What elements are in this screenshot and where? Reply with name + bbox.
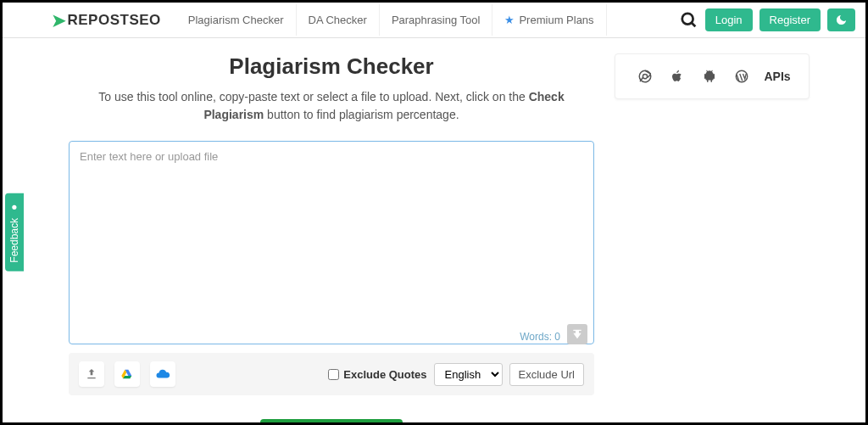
logo-arrow-icon: ➤	[52, 10, 67, 31]
exclude-quotes-checkbox[interactable]	[328, 369, 339, 380]
logo-text: REPOSTSEO	[68, 12, 161, 29]
search-icon[interactable]	[680, 11, 698, 30]
svg-point-3	[643, 74, 648, 78]
dark-mode-button[interactable]	[827, 8, 855, 31]
google-drive-icon[interactable]	[114, 361, 140, 387]
register-button[interactable]: Register	[760, 8, 821, 31]
login-button[interactable]: Login	[705, 8, 753, 31]
nav-paraphrasing-tool[interactable]: Paraphrasing Tool	[380, 4, 493, 36]
upload-icons	[79, 361, 175, 387]
toolbar-right: Exclude Quotes English Exclude Url	[328, 363, 584, 386]
toolbar: Exclude Quotes English Exclude Url	[69, 353, 594, 395]
logo[interactable]: ➤ REPOSTSEO	[52, 10, 161, 31]
upload-file-icon[interactable]	[79, 361, 104, 387]
apple-icon[interactable]	[665, 64, 689, 88]
platforms-card: APIs	[615, 53, 810, 99]
language-select[interactable]: English	[434, 363, 503, 386]
android-icon[interactable]	[698, 64, 721, 88]
header: ➤ REPOSTSEO Plagiarism Checker DA Checke…	[3, 3, 865, 38]
nav-premium-plans[interactable]: ★ Premium Plans	[492, 4, 606, 36]
cloud-upload-icon[interactable]	[150, 361, 175, 387]
feedback-tab[interactable]: Feedback ●	[5, 193, 24, 271]
moon-icon	[835, 14, 848, 26]
editor-wrap: Words: 0	[69, 141, 594, 348]
check-plagiarism-button[interactable]: Check Plagiarism	[260, 419, 403, 425]
exclude-url-button[interactable]: Exclude Url	[509, 363, 584, 386]
nav: Plagiarism Checker DA Checker Paraphrasi…	[176, 4, 607, 36]
nav-premium-label: Premium Plans	[519, 14, 593, 26]
chat-icon: ●	[8, 202, 20, 214]
nav-da-checker[interactable]: DA Checker	[297, 4, 380, 36]
page-subtitle: To use this tool online, copy-paste text…	[69, 88, 594, 124]
nav-plagiarism-checker[interactable]: Plagiarism Checker	[176, 4, 297, 36]
main: Plagiarism Checker To use this tool onli…	[69, 53, 594, 425]
feedback-label: Feedback	[8, 218, 20, 263]
apis-link[interactable]: APIs	[764, 70, 790, 83]
star-icon: ★	[504, 14, 515, 26]
exclude-quotes-wrap[interactable]: Exclude Quotes	[328, 368, 426, 381]
exclude-quotes-label: Exclude Quotes	[343, 368, 426, 381]
wordpress-icon[interactable]	[730, 64, 754, 88]
header-right: Login Register	[680, 8, 855, 31]
content: Plagiarism Checker To use this tool onli…	[3, 38, 865, 425]
svg-line-1	[692, 22, 696, 26]
word-count: Words: 0	[520, 331, 560, 343]
chrome-icon[interactable]	[633, 64, 657, 88]
svg-point-0	[682, 13, 693, 24]
sidebar: APIs	[615, 53, 810, 425]
sample-text-icon[interactable]	[567, 324, 587, 344]
page-title: Plagiarism Checker	[69, 53, 594, 80]
text-input[interactable]	[69, 141, 594, 344]
